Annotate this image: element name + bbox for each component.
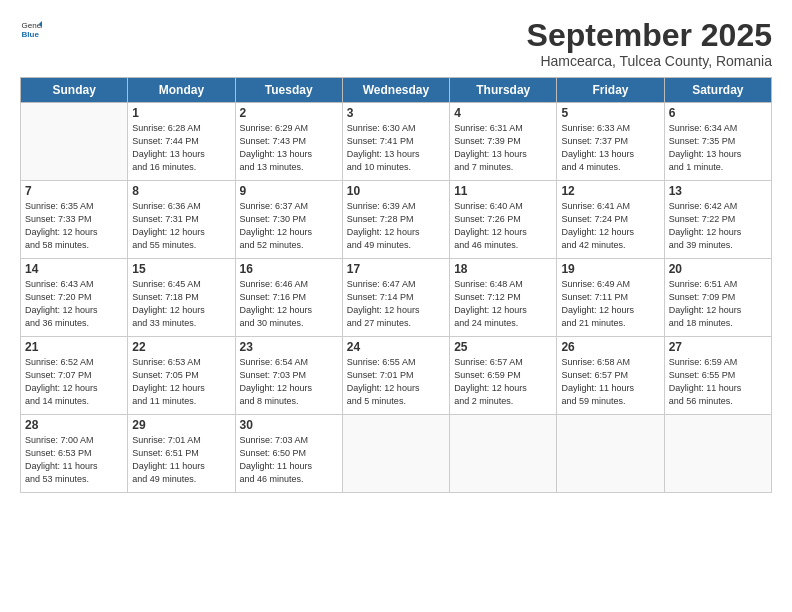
location-title: Hamcearca, Tulcea County, Romania	[527, 53, 772, 69]
day-number: 30	[240, 418, 338, 432]
day-info: Sunrise: 6:55 AMSunset: 7:01 PMDaylight:…	[347, 356, 445, 408]
day-info: Sunrise: 6:29 AMSunset: 7:43 PMDaylight:…	[240, 122, 338, 174]
day-info: Sunrise: 6:28 AMSunset: 7:44 PMDaylight:…	[132, 122, 230, 174]
table-cell: 15Sunrise: 6:45 AMSunset: 7:18 PMDayligh…	[128, 259, 235, 337]
col-friday: Friday	[557, 78, 664, 103]
table-cell: 21Sunrise: 6:52 AMSunset: 7:07 PMDayligh…	[21, 337, 128, 415]
col-sunday: Sunday	[21, 78, 128, 103]
day-number: 7	[25, 184, 123, 198]
table-cell: 29Sunrise: 7:01 AMSunset: 6:51 PMDayligh…	[128, 415, 235, 493]
day-info: Sunrise: 6:49 AMSunset: 7:11 PMDaylight:…	[561, 278, 659, 330]
day-info: Sunrise: 6:35 AMSunset: 7:33 PMDaylight:…	[25, 200, 123, 252]
day-number: 9	[240, 184, 338, 198]
week-row-2: 7Sunrise: 6:35 AMSunset: 7:33 PMDaylight…	[21, 181, 772, 259]
day-number: 19	[561, 262, 659, 276]
day-number: 18	[454, 262, 552, 276]
day-info: Sunrise: 6:51 AMSunset: 7:09 PMDaylight:…	[669, 278, 767, 330]
calendar-table: Sunday Monday Tuesday Wednesday Thursday…	[20, 77, 772, 493]
day-info: Sunrise: 6:52 AMSunset: 7:07 PMDaylight:…	[25, 356, 123, 408]
table-cell: 16Sunrise: 6:46 AMSunset: 7:16 PMDayligh…	[235, 259, 342, 337]
day-info: Sunrise: 6:36 AMSunset: 7:31 PMDaylight:…	[132, 200, 230, 252]
table-cell	[21, 103, 128, 181]
table-cell: 12Sunrise: 6:41 AMSunset: 7:24 PMDayligh…	[557, 181, 664, 259]
day-info: Sunrise: 6:53 AMSunset: 7:05 PMDaylight:…	[132, 356, 230, 408]
day-info: Sunrise: 7:00 AMSunset: 6:53 PMDaylight:…	[25, 434, 123, 486]
day-info: Sunrise: 6:31 AMSunset: 7:39 PMDaylight:…	[454, 122, 552, 174]
day-number: 6	[669, 106, 767, 120]
day-number: 10	[347, 184, 445, 198]
header-row: Sunday Monday Tuesday Wednesday Thursday…	[21, 78, 772, 103]
day-number: 3	[347, 106, 445, 120]
day-info: Sunrise: 6:57 AMSunset: 6:59 PMDaylight:…	[454, 356, 552, 408]
table-cell: 19Sunrise: 6:49 AMSunset: 7:11 PMDayligh…	[557, 259, 664, 337]
day-number: 15	[132, 262, 230, 276]
day-info: Sunrise: 6:33 AMSunset: 7:37 PMDaylight:…	[561, 122, 659, 174]
day-number: 4	[454, 106, 552, 120]
day-number: 16	[240, 262, 338, 276]
table-cell	[342, 415, 449, 493]
day-number: 25	[454, 340, 552, 354]
page: General Blue September 2025 Hamcearca, T…	[0, 0, 792, 612]
day-number: 26	[561, 340, 659, 354]
day-number: 2	[240, 106, 338, 120]
table-cell: 6Sunrise: 6:34 AMSunset: 7:35 PMDaylight…	[664, 103, 771, 181]
month-title: September 2025	[527, 18, 772, 53]
week-row-3: 14Sunrise: 6:43 AMSunset: 7:20 PMDayligh…	[21, 259, 772, 337]
week-row-4: 21Sunrise: 6:52 AMSunset: 7:07 PMDayligh…	[21, 337, 772, 415]
day-number: 13	[669, 184, 767, 198]
table-cell: 7Sunrise: 6:35 AMSunset: 7:33 PMDaylight…	[21, 181, 128, 259]
col-monday: Monday	[128, 78, 235, 103]
table-cell: 10Sunrise: 6:39 AMSunset: 7:28 PMDayligh…	[342, 181, 449, 259]
table-cell	[450, 415, 557, 493]
week-row-1: 1Sunrise: 6:28 AMSunset: 7:44 PMDaylight…	[21, 103, 772, 181]
day-info: Sunrise: 6:59 AMSunset: 6:55 PMDaylight:…	[669, 356, 767, 408]
day-info: Sunrise: 6:30 AMSunset: 7:41 PMDaylight:…	[347, 122, 445, 174]
day-number: 28	[25, 418, 123, 432]
col-thursday: Thursday	[450, 78, 557, 103]
svg-text:Blue: Blue	[21, 30, 39, 39]
day-number: 27	[669, 340, 767, 354]
table-cell: 17Sunrise: 6:47 AMSunset: 7:14 PMDayligh…	[342, 259, 449, 337]
day-info: Sunrise: 6:54 AMSunset: 7:03 PMDaylight:…	[240, 356, 338, 408]
svg-text:General: General	[21, 21, 42, 30]
day-number: 5	[561, 106, 659, 120]
table-cell: 2Sunrise: 6:29 AMSunset: 7:43 PMDaylight…	[235, 103, 342, 181]
table-cell: 4Sunrise: 6:31 AMSunset: 7:39 PMDaylight…	[450, 103, 557, 181]
day-info: Sunrise: 6:39 AMSunset: 7:28 PMDaylight:…	[347, 200, 445, 252]
day-info: Sunrise: 6:41 AMSunset: 7:24 PMDaylight:…	[561, 200, 659, 252]
day-info: Sunrise: 6:40 AMSunset: 7:26 PMDaylight:…	[454, 200, 552, 252]
col-tuesday: Tuesday	[235, 78, 342, 103]
table-cell: 1Sunrise: 6:28 AMSunset: 7:44 PMDaylight…	[128, 103, 235, 181]
table-cell: 14Sunrise: 6:43 AMSunset: 7:20 PMDayligh…	[21, 259, 128, 337]
week-row-5: 28Sunrise: 7:00 AMSunset: 6:53 PMDayligh…	[21, 415, 772, 493]
table-cell: 26Sunrise: 6:58 AMSunset: 6:57 PMDayligh…	[557, 337, 664, 415]
day-info: Sunrise: 6:34 AMSunset: 7:35 PMDaylight:…	[669, 122, 767, 174]
table-cell: 28Sunrise: 7:00 AMSunset: 6:53 PMDayligh…	[21, 415, 128, 493]
table-cell: 25Sunrise: 6:57 AMSunset: 6:59 PMDayligh…	[450, 337, 557, 415]
day-number: 21	[25, 340, 123, 354]
day-number: 11	[454, 184, 552, 198]
day-number: 8	[132, 184, 230, 198]
table-cell: 30Sunrise: 7:03 AMSunset: 6:50 PMDayligh…	[235, 415, 342, 493]
day-number: 12	[561, 184, 659, 198]
col-wednesday: Wednesday	[342, 78, 449, 103]
title-block: September 2025 Hamcearca, Tulcea County,…	[527, 18, 772, 69]
day-info: Sunrise: 7:03 AMSunset: 6:50 PMDaylight:…	[240, 434, 338, 486]
day-info: Sunrise: 7:01 AMSunset: 6:51 PMDaylight:…	[132, 434, 230, 486]
header: General Blue September 2025 Hamcearca, T…	[20, 18, 772, 69]
day-number: 22	[132, 340, 230, 354]
day-info: Sunrise: 6:58 AMSunset: 6:57 PMDaylight:…	[561, 356, 659, 408]
logo-icon: General Blue	[20, 18, 42, 40]
table-cell: 8Sunrise: 6:36 AMSunset: 7:31 PMDaylight…	[128, 181, 235, 259]
day-number: 23	[240, 340, 338, 354]
day-info: Sunrise: 6:45 AMSunset: 7:18 PMDaylight:…	[132, 278, 230, 330]
table-cell: 3Sunrise: 6:30 AMSunset: 7:41 PMDaylight…	[342, 103, 449, 181]
table-cell: 23Sunrise: 6:54 AMSunset: 7:03 PMDayligh…	[235, 337, 342, 415]
day-number: 17	[347, 262, 445, 276]
day-number: 24	[347, 340, 445, 354]
table-cell	[557, 415, 664, 493]
table-cell: 22Sunrise: 6:53 AMSunset: 7:05 PMDayligh…	[128, 337, 235, 415]
day-info: Sunrise: 6:48 AMSunset: 7:12 PMDaylight:…	[454, 278, 552, 330]
day-number: 29	[132, 418, 230, 432]
table-cell: 20Sunrise: 6:51 AMSunset: 7:09 PMDayligh…	[664, 259, 771, 337]
